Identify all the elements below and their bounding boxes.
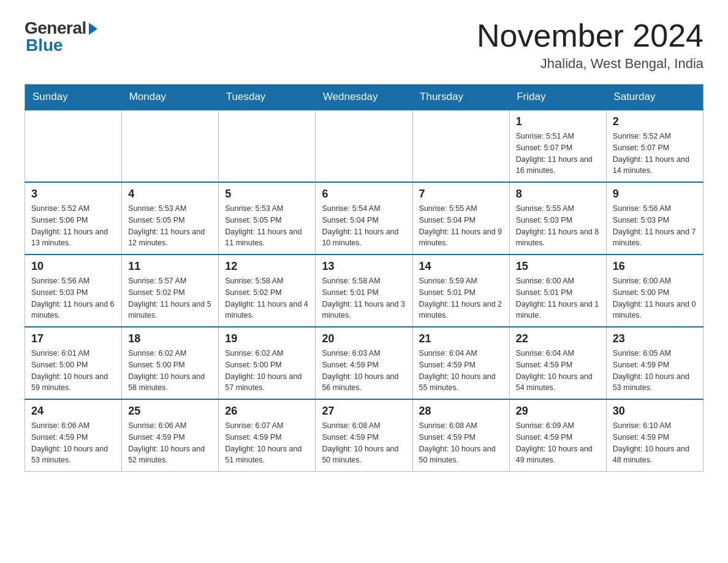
calendar-cell: 21Sunrise: 6:04 AM Sunset: 4:59 PM Dayli… bbox=[412, 327, 509, 399]
calendar-cell bbox=[316, 110, 412, 182]
day-info: Sunrise: 6:01 AM Sunset: 5:00 PM Dayligh… bbox=[31, 348, 115, 394]
day-info: Sunrise: 6:08 AM Sunset: 4:59 PM Dayligh… bbox=[419, 420, 503, 466]
calendar-cell: 12Sunrise: 5:58 AM Sunset: 5:02 PM Dayli… bbox=[219, 255, 316, 327]
calendar-cell: 26Sunrise: 6:07 AM Sunset: 4:59 PM Dayli… bbox=[219, 399, 316, 472]
day-number: 21 bbox=[419, 332, 503, 345]
calendar-cell: 2Sunrise: 5:52 AM Sunset: 5:07 PM Daylig… bbox=[606, 110, 703, 182]
day-info: Sunrise: 5:56 AM Sunset: 5:03 PM Dayligh… bbox=[31, 275, 115, 321]
day-info: Sunrise: 6:02 AM Sunset: 5:00 PM Dayligh… bbox=[128, 348, 212, 394]
calendar-day-header: Thursday bbox=[412, 85, 509, 110]
calendar-cell: 9Sunrise: 5:56 AM Sunset: 5:03 PM Daylig… bbox=[606, 182, 703, 255]
calendar-cell: 29Sunrise: 6:09 AM Sunset: 4:59 PM Dayli… bbox=[509, 399, 606, 472]
day-info: Sunrise: 5:53 AM Sunset: 5:05 PM Dayligh… bbox=[128, 203, 212, 249]
day-info: Sunrise: 6:00 AM Sunset: 5:01 PM Dayligh… bbox=[516, 275, 600, 321]
day-info: Sunrise: 6:07 AM Sunset: 4:59 PM Dayligh… bbox=[225, 420, 309, 466]
day-info: Sunrise: 5:59 AM Sunset: 5:01 PM Dayligh… bbox=[419, 275, 503, 321]
day-info: Sunrise: 5:57 AM Sunset: 5:02 PM Dayligh… bbox=[128, 275, 212, 321]
day-number: 18 bbox=[128, 332, 212, 345]
day-info: Sunrise: 6:10 AM Sunset: 4:59 PM Dayligh… bbox=[613, 420, 697, 466]
calendar-cell: 7Sunrise: 5:55 AM Sunset: 5:04 PM Daylig… bbox=[412, 182, 509, 255]
calendar-day-header: Sunday bbox=[25, 85, 122, 110]
day-number: 15 bbox=[516, 260, 600, 273]
day-info: Sunrise: 5:55 AM Sunset: 5:04 PM Dayligh… bbox=[419, 203, 503, 249]
day-info: Sunrise: 5:52 AM Sunset: 5:06 PM Dayligh… bbox=[31, 203, 115, 249]
calendar-cell: 28Sunrise: 6:08 AM Sunset: 4:59 PM Dayli… bbox=[412, 399, 509, 472]
day-info: Sunrise: 5:53 AM Sunset: 5:05 PM Dayligh… bbox=[225, 203, 309, 249]
day-number: 30 bbox=[613, 405, 697, 418]
day-number: 22 bbox=[516, 332, 600, 345]
day-number: 12 bbox=[225, 260, 309, 273]
logo-blue-text: Blue bbox=[26, 36, 63, 55]
day-info: Sunrise: 5:56 AM Sunset: 5:03 PM Dayligh… bbox=[613, 203, 697, 249]
calendar-week-row: 24Sunrise: 6:06 AM Sunset: 4:59 PM Dayli… bbox=[25, 399, 703, 472]
calendar-week-row: 1Sunrise: 5:51 AM Sunset: 5:07 PM Daylig… bbox=[25, 110, 703, 182]
day-info: Sunrise: 5:58 AM Sunset: 5:01 PM Dayligh… bbox=[322, 275, 406, 321]
day-number: 6 bbox=[322, 188, 406, 201]
calendar-cell: 20Sunrise: 6:03 AM Sunset: 4:59 PM Dayli… bbox=[316, 327, 412, 399]
day-info: Sunrise: 5:55 AM Sunset: 5:03 PM Dayligh… bbox=[516, 203, 600, 249]
day-number: 14 bbox=[419, 260, 503, 273]
day-number: 23 bbox=[613, 332, 697, 345]
location-subtitle: Jhalida, West Bengal, India bbox=[477, 56, 703, 72]
day-number: 19 bbox=[225, 332, 309, 345]
calendar-day-header: Monday bbox=[122, 85, 219, 110]
day-number: 29 bbox=[516, 405, 600, 418]
calendar-cell: 19Sunrise: 6:02 AM Sunset: 5:00 PM Dayli… bbox=[219, 327, 316, 399]
calendar-cell: 17Sunrise: 6:01 AM Sunset: 5:00 PM Dayli… bbox=[25, 327, 122, 399]
calendar-cell: 1Sunrise: 5:51 AM Sunset: 5:07 PM Daylig… bbox=[509, 110, 606, 182]
calendar-header-row: SundayMondayTuesdayWednesdayThursdayFrid… bbox=[25, 85, 703, 110]
day-info: Sunrise: 6:06 AM Sunset: 4:59 PM Dayligh… bbox=[31, 420, 115, 466]
calendar-table: SundayMondayTuesdayWednesdayThursdayFrid… bbox=[25, 84, 703, 472]
calendar-cell: 10Sunrise: 5:56 AM Sunset: 5:03 PM Dayli… bbox=[25, 255, 122, 327]
day-number: 8 bbox=[516, 188, 600, 201]
calendar-cell: 8Sunrise: 5:55 AM Sunset: 5:03 PM Daylig… bbox=[509, 182, 606, 255]
calendar-cell: 24Sunrise: 6:06 AM Sunset: 4:59 PM Dayli… bbox=[25, 399, 122, 472]
day-number: 26 bbox=[225, 405, 309, 418]
calendar-cell: 5Sunrise: 5:53 AM Sunset: 5:05 PM Daylig… bbox=[219, 182, 316, 255]
calendar-week-row: 3Sunrise: 5:52 AM Sunset: 5:06 PM Daylig… bbox=[25, 182, 703, 255]
day-info: Sunrise: 5:58 AM Sunset: 5:02 PM Dayligh… bbox=[225, 275, 309, 321]
day-info: Sunrise: 6:08 AM Sunset: 4:59 PM Dayligh… bbox=[322, 420, 406, 466]
calendar-cell bbox=[25, 110, 122, 182]
calendar-cell bbox=[122, 110, 219, 182]
day-info: Sunrise: 6:04 AM Sunset: 4:59 PM Dayligh… bbox=[516, 348, 600, 394]
calendar-cell: 30Sunrise: 6:10 AM Sunset: 4:59 PM Dayli… bbox=[606, 399, 703, 472]
calendar-cell bbox=[412, 110, 509, 182]
day-info: Sunrise: 6:09 AM Sunset: 4:59 PM Dayligh… bbox=[516, 420, 600, 466]
day-info: Sunrise: 6:05 AM Sunset: 4:59 PM Dayligh… bbox=[613, 348, 697, 394]
calendar-cell: 6Sunrise: 5:54 AM Sunset: 5:04 PM Daylig… bbox=[316, 182, 412, 255]
day-info: Sunrise: 6:03 AM Sunset: 4:59 PM Dayligh… bbox=[322, 348, 406, 394]
calendar-cell: 15Sunrise: 6:00 AM Sunset: 5:01 PM Dayli… bbox=[509, 255, 606, 327]
day-number: 1 bbox=[516, 115, 600, 128]
logo: General Blue bbox=[25, 18, 97, 55]
calendar-day-header: Wednesday bbox=[316, 85, 412, 110]
calendar-cell: 18Sunrise: 6:02 AM Sunset: 5:00 PM Dayli… bbox=[122, 327, 219, 399]
day-number: 17 bbox=[31, 332, 115, 345]
day-info: Sunrise: 5:51 AM Sunset: 5:07 PM Dayligh… bbox=[516, 131, 600, 177]
calendar-cell: 3Sunrise: 5:52 AM Sunset: 5:06 PM Daylig… bbox=[25, 182, 122, 255]
calendar-cell bbox=[219, 110, 316, 182]
day-number: 11 bbox=[128, 260, 212, 273]
day-info: Sunrise: 5:54 AM Sunset: 5:04 PM Dayligh… bbox=[322, 203, 406, 249]
calendar-day-header: Tuesday bbox=[219, 85, 316, 110]
day-number: 7 bbox=[419, 188, 503, 201]
calendar-week-row: 17Sunrise: 6:01 AM Sunset: 5:00 PM Dayli… bbox=[25, 327, 703, 399]
day-number: 16 bbox=[613, 260, 697, 273]
day-info: Sunrise: 6:02 AM Sunset: 5:00 PM Dayligh… bbox=[225, 348, 309, 394]
calendar-cell: 27Sunrise: 6:08 AM Sunset: 4:59 PM Dayli… bbox=[316, 399, 412, 472]
calendar-day-header: Saturday bbox=[606, 85, 703, 110]
day-number: 27 bbox=[322, 405, 406, 418]
day-number: 2 bbox=[613, 115, 697, 128]
calendar-day-header: Friday bbox=[509, 85, 606, 110]
day-info: Sunrise: 6:00 AM Sunset: 5:00 PM Dayligh… bbox=[613, 275, 697, 321]
day-number: 24 bbox=[31, 405, 115, 418]
day-number: 10 bbox=[31, 260, 115, 273]
day-info: Sunrise: 6:06 AM Sunset: 4:59 PM Dayligh… bbox=[128, 420, 212, 466]
calendar-cell: 4Sunrise: 5:53 AM Sunset: 5:05 PM Daylig… bbox=[122, 182, 219, 255]
logo-arrow-icon bbox=[89, 23, 97, 35]
day-info: Sunrise: 6:04 AM Sunset: 4:59 PM Dayligh… bbox=[419, 348, 503, 394]
calendar-week-row: 10Sunrise: 5:56 AM Sunset: 5:03 PM Dayli… bbox=[25, 255, 703, 327]
day-number: 5 bbox=[225, 188, 309, 201]
calendar-cell: 16Sunrise: 6:00 AM Sunset: 5:00 PM Dayli… bbox=[606, 255, 703, 327]
day-number: 9 bbox=[613, 188, 697, 201]
